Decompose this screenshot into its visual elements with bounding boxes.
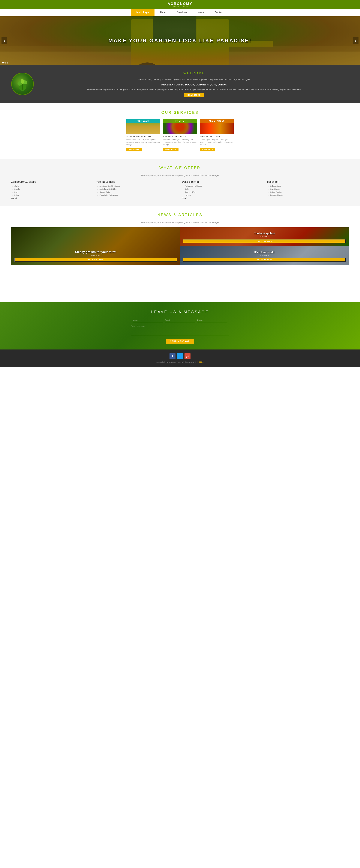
contact-name-input[interactable] bbox=[133, 318, 163, 322]
footer-link[interactable]: 企策网络 bbox=[197, 361, 204, 363]
welcome-intro: Sed usto dolor, lobortis quis, lobortis … bbox=[39, 78, 349, 81]
service-tag-2: FRUITS bbox=[163, 119, 197, 123]
list-item: Collaborations bbox=[270, 185, 349, 188]
facebook-icon[interactable]: f bbox=[170, 353, 176, 359]
nav-about[interactable]: About bbox=[154, 9, 172, 16]
service-desc-1: Pellentesque enim justo, lacinia egestas… bbox=[126, 138, 160, 146]
offer-col-tech-list: Acceteron Seed Treatment Agricultural He… bbox=[96, 185, 178, 197]
service-card-3: VEGETABLES ADVANCED TRAITS Pellentesque … bbox=[200, 119, 234, 151]
contact-email-input[interactable] bbox=[165, 318, 195, 322]
offer-subtitle: Pellentesque enim justo, lacinia egestas… bbox=[11, 175, 349, 177]
twitter-icon[interactable]: t bbox=[177, 353, 183, 359]
site-title: AGRONOMY bbox=[0, 2, 360, 6]
service-btn-3[interactable]: MORE READ bbox=[200, 148, 215, 151]
list-item: Bullet bbox=[185, 188, 264, 191]
welcome-image bbox=[11, 73, 34, 95]
offer-weed-see-all[interactable]: See All bbox=[182, 197, 264, 199]
news-content-3: It's a hard work! 28/02/2015 READ THE NE… bbox=[180, 246, 349, 265]
contact-phone-input[interactable] bbox=[197, 318, 227, 322]
social-icons: f t g+ bbox=[4, 353, 356, 359]
blank-space bbox=[0, 265, 360, 302]
main-nav: Main Page About Services News Contact bbox=[0, 9, 360, 16]
news-card-3: It's a hard work! 28/02/2015 READ THE NE… bbox=[180, 246, 349, 265]
services-section: OUR SERVICES CEREALS AGRICULTURAL SEEDS … bbox=[0, 103, 360, 159]
hero-next-button[interactable]: › bbox=[353, 37, 359, 44]
news-subtitle: Pellentesque enim justo, lacinia egestas… bbox=[11, 221, 349, 223]
hero-headline: MAKE YOUR GARDEN LOOK LIKE PARADISE! bbox=[109, 37, 251, 44]
nav-contact[interactable]: Contact bbox=[209, 9, 229, 16]
welcome-read-more-button[interactable]: READ MORE bbox=[184, 93, 204, 97]
service-card-2: FRUITS PREMIUM PRODUCTS Pellentesque eni… bbox=[163, 119, 197, 151]
news-date-3: 28/02/2015 bbox=[183, 254, 346, 256]
hero-dot-1[interactable] bbox=[2, 62, 4, 64]
welcome-bold-title: PRAESENT JUSTO DOLOR, LOBORTIS QUIS, LOB… bbox=[39, 83, 349, 87]
service-tag-1: CEREALS bbox=[126, 119, 160, 123]
welcome-text-block: WELCOME Sed usto dolor, lobortis quis, l… bbox=[39, 71, 349, 97]
news-headline-3: It's a hard work! bbox=[183, 251, 346, 254]
nav-news[interactable]: News bbox=[192, 9, 209, 16]
offer-section: WHAT WE OFFER Pellentesque enim justo, l… bbox=[0, 159, 360, 206]
offer-col-research-list: Collaborations Corn Pipeline Cotton Pipe… bbox=[267, 185, 349, 197]
service-desc-3: Pellentesque enim justo, lacinia egestas… bbox=[200, 138, 234, 146]
hero-prev-button[interactable]: ‹ bbox=[1, 37, 7, 44]
contact-section: LEAVE US A MESSAGE SEND MESSAGE bbox=[0, 302, 360, 349]
google-plus-icon[interactable]: g+ bbox=[184, 353, 190, 359]
welcome-title: WELCOME bbox=[39, 71, 349, 76]
offer-col-weed-title: WEED CONTROL bbox=[182, 181, 264, 183]
list-item: Cotton Pipeline bbox=[270, 191, 349, 193]
list-item: Agricultural Herbicides bbox=[99, 188, 178, 191]
hero-dot-2[interactable] bbox=[4, 62, 6, 64]
nav-services[interactable]: Services bbox=[172, 9, 192, 16]
hero-text: MAKE YOUR GARDEN LOOK LIKE PARADISE! bbox=[109, 37, 251, 44]
contact-title: LEAVE US A MESSAGE bbox=[11, 310, 349, 314]
list-item: Agricultural Herbicides bbox=[185, 185, 264, 188]
list-item: Soybean Pipeline bbox=[270, 193, 349, 196]
offer-col-tech: TECHNOLOGIESS Acceteron Seed Treatment A… bbox=[96, 181, 178, 199]
news-headline-2: The best apples! bbox=[183, 232, 346, 235]
hero-section: ‹ MAKE YOUR GARDEN LOOK LIKE PARADISE! › bbox=[0, 16, 360, 65]
news-title: NEWS & ARTICLES bbox=[11, 213, 349, 217]
list-item: Acceteron Seed Treatment bbox=[99, 185, 178, 188]
list-item: Corn bbox=[14, 191, 93, 193]
site-header: AGRONOMY AGRICULTURE CO. bbox=[0, 0, 360, 9]
news-headline-1: Steady growth for your farm! bbox=[14, 250, 177, 254]
list-item: Canola bbox=[14, 188, 93, 191]
offer-seeds-see-all[interactable]: See All bbox=[11, 197, 93, 199]
news-card-2: The best apples! 19/04/2015 READ THE NEW… bbox=[180, 227, 349, 246]
news-btn-3[interactable]: READ THE NEWS bbox=[183, 258, 346, 262]
service-btn-1[interactable]: MORE READ bbox=[126, 148, 142, 151]
offer-col-weed: WEED CONTROL Agricultural Herbicides Bul… bbox=[182, 181, 264, 199]
list-item: Harness bbox=[185, 193, 264, 196]
offer-title: WHAT WE OFFER bbox=[11, 166, 349, 170]
news-btn-1[interactable]: READ THE NEWS bbox=[14, 258, 177, 262]
news-section: NEWS & ARTICLES Pellentesque enim justo,… bbox=[0, 206, 360, 265]
contact-submit-button[interactable]: SEND MESSAGE bbox=[166, 339, 194, 344]
news-date-2: 19/04/2015 bbox=[183, 236, 346, 238]
service-tag-3: VEGETABLES bbox=[200, 119, 234, 123]
service-btn-2[interactable]: MORE READ bbox=[163, 148, 179, 151]
nav-main-page[interactable]: Main Page bbox=[131, 9, 154, 16]
service-title-1: AGRICULTURAL SEEDS bbox=[126, 136, 160, 138]
news-btn-2[interactable]: READ THE NEWS bbox=[183, 239, 346, 243]
news-content-2: The best apples! 19/04/2015 READ THE NEW… bbox=[180, 227, 349, 246]
welcome-section: WELCOME Sed usto dolor, lobortis quis, l… bbox=[0, 65, 360, 103]
list-item: Prescriptive Ag Services bbox=[99, 193, 178, 196]
site-footer: f t g+ Copyright © 2015.Company name All… bbox=[0, 349, 360, 367]
site-subtitle: AGRICULTURE CO. bbox=[0, 6, 360, 8]
offer-col-tech-title: TECHNOLOGIESS bbox=[96, 181, 178, 183]
news-date-1: 09/01/2015 bbox=[14, 254, 177, 256]
news-content-1: Steady growth for your farm! 09/01/2015 … bbox=[11, 227, 180, 265]
news-right-column: The best apples! 19/04/2015 READ THE NEW… bbox=[180, 227, 349, 265]
offer-col-seeds-list: Alfalfa Canola Corn Cotton bbox=[11, 185, 93, 197]
service-title-2: PREMIUM PRODUCTS bbox=[163, 136, 197, 138]
service-image-1: CEREALS bbox=[126, 119, 160, 134]
list-item: Alfalfa bbox=[14, 185, 93, 188]
offer-col-seeds-title: AGRICULTURAL SEEDS bbox=[11, 181, 93, 183]
service-image-2: FRUITS bbox=[163, 119, 197, 134]
offer-col-seeds: AGRICULTURAL SEEDS Alfalfa Canola Corn C… bbox=[11, 181, 93, 199]
hero-dot-3[interactable] bbox=[7, 62, 8, 64]
service-desc-2: Pellentesque enim justo, lacinia egestas… bbox=[163, 138, 197, 146]
contact-message-textarea[interactable] bbox=[131, 324, 229, 336]
list-item: Corn Pipeline bbox=[270, 188, 349, 191]
hero-dots bbox=[2, 62, 8, 64]
